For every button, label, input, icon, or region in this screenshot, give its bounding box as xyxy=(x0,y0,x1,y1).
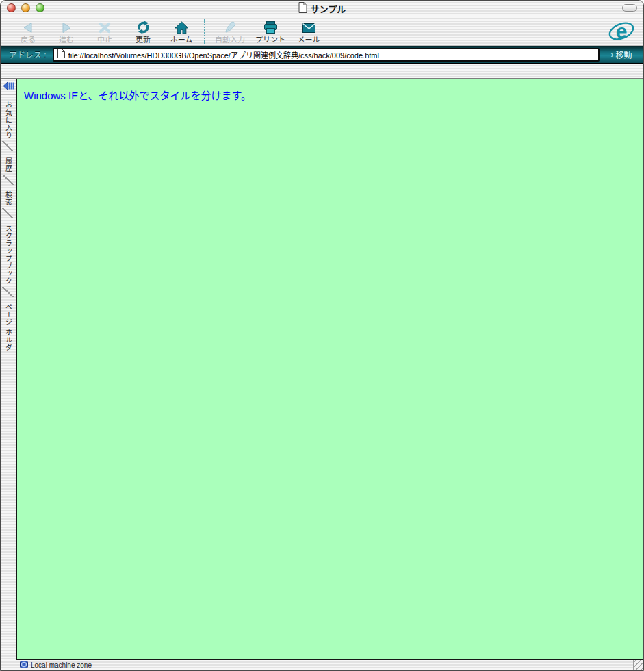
toolbar-collapse-pill[interactable] xyxy=(622,4,637,12)
address-url-text: file://localhost/Volumes/HDD300GB/OpenSp… xyxy=(68,49,379,60)
home-label: ホーム xyxy=(170,35,193,45)
back-button[interactable]: 戻る xyxy=(9,18,47,45)
window-controls xyxy=(7,3,44,12)
close-button[interactable] xyxy=(7,3,16,12)
home-icon xyxy=(174,18,190,35)
refresh-button[interactable]: 更新 xyxy=(124,18,162,45)
back-label: 戻る xyxy=(21,35,36,45)
sidebar-tab-scrapbook[interactable]: スクラップブック xyxy=(3,218,14,287)
autofill-icon xyxy=(222,18,237,35)
address-input[interactable]: file://localhost/Volumes/HDD300GB/OpenSp… xyxy=(53,48,600,62)
toolbar-divider xyxy=(204,19,205,44)
resize-grip[interactable] xyxy=(633,660,643,670)
mail-label: メール xyxy=(298,35,320,45)
window-title: サンプル xyxy=(298,2,346,15)
sidebar-tab-divider xyxy=(1,141,16,151)
stop-button[interactable]: 中止 xyxy=(86,18,124,45)
print-icon xyxy=(263,18,279,35)
forward-button[interactable]: 進む xyxy=(47,18,86,45)
sidebar-tab-divider xyxy=(1,175,16,185)
forward-label: 進む xyxy=(59,35,74,45)
page-icon xyxy=(57,49,65,61)
refresh-icon xyxy=(136,18,151,35)
stop-x-icon xyxy=(97,18,112,35)
home-button[interactable]: ホーム xyxy=(162,18,201,45)
window-title-text: サンプル xyxy=(311,2,346,15)
page-text: Windows IEと、それ以外でスタイルを分けます。 xyxy=(24,90,251,101)
security-zone-icon xyxy=(20,661,28,670)
stop-label: 中止 xyxy=(97,35,112,45)
autofill-button[interactable]: 自動入力 xyxy=(209,18,251,45)
favorites-bar xyxy=(1,64,643,79)
minimize-button[interactable] xyxy=(21,3,30,12)
sidebar-tab-divider xyxy=(1,287,16,297)
browser-window: サンプル 戻る 進む 中止 xyxy=(0,0,644,671)
back-arrow-icon xyxy=(21,18,36,35)
forward-arrow-icon xyxy=(59,18,74,35)
sidebar-tab-search[interactable]: 検索 xyxy=(3,185,14,208)
sidebar-tab-favorites[interactable]: お気に入り xyxy=(3,95,14,141)
sidebar-tab-pageholder[interactable]: ページ ホルダ xyxy=(3,297,14,353)
go-arrow-icon: › xyxy=(610,51,613,59)
address-bar: アドレス : file://localhost/Volumes/HDD300GB… xyxy=(1,46,643,64)
toolbar: 戻る 進む 中止 更新 xyxy=(1,16,643,46)
document-icon xyxy=(298,2,307,15)
zoom-button[interactable] xyxy=(36,3,44,12)
address-label: アドレス : xyxy=(9,49,47,60)
hide-panel-button[interactable] xyxy=(1,79,16,95)
title-bar: サンプル xyxy=(1,1,643,16)
go-button[interactable]: › 移動 xyxy=(600,49,643,60)
status-bar: Local machine zone xyxy=(1,660,643,670)
ie-logo: e xyxy=(608,20,635,47)
mail-icon xyxy=(301,18,317,35)
print-button[interactable]: プリント xyxy=(251,18,289,45)
go-label: 移動 xyxy=(615,49,632,60)
refresh-label: 更新 xyxy=(136,35,151,45)
content-area: Windows IEと、それ以外でスタイルを分けます。 xyxy=(16,79,643,660)
sidebar-tab-divider xyxy=(1,208,16,218)
autofill-label: 自動入力 xyxy=(215,35,245,45)
hide-panel-icon xyxy=(3,81,14,93)
print-label: プリント xyxy=(255,35,285,45)
status-bar-left-segment xyxy=(1,660,16,670)
mail-button[interactable]: メール xyxy=(289,18,328,45)
sidebar-tab-history[interactable]: 履歴 xyxy=(3,151,14,175)
zone-label: Local machine zone xyxy=(31,661,92,669)
explorer-bar: お気に入り 履歴 検索 スクラップブック ページ ホルダ xyxy=(1,79,16,660)
security-zone: Local machine zone xyxy=(16,661,633,670)
main-area: お気に入り 履歴 検索 スクラップブック ページ ホルダ Windows IEと… xyxy=(1,79,643,660)
